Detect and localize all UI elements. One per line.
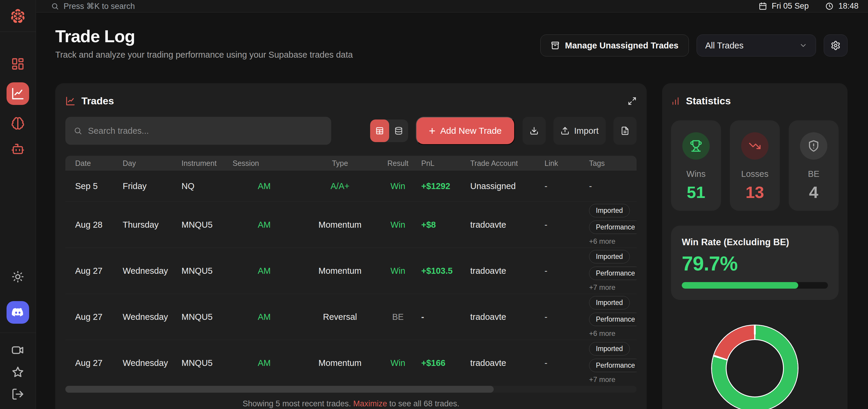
cell-trade-account: tradoavte bbox=[465, 294, 540, 340]
table-row[interactable]: Aug 27WednesdayMNQU5AMReversalBE-tradoav… bbox=[65, 294, 637, 340]
table-row[interactable]: Sep 5FridayNQAMA/A+Win+$1292Unassigned-- bbox=[65, 171, 637, 202]
cell-pnl: - bbox=[416, 294, 465, 340]
chart-line-icon bbox=[11, 87, 25, 100]
cell-instrument: MNQU5 bbox=[177, 340, 228, 386]
column-header-result[interactable]: Result bbox=[379, 156, 416, 171]
horizontal-scrollbar[interactable] bbox=[65, 386, 637, 393]
search-icon bbox=[74, 126, 82, 135]
tags-more-link[interactable]: +6 more bbox=[589, 237, 616, 245]
cell-link: - bbox=[540, 171, 584, 202]
cell-date: Aug 28 bbox=[65, 202, 118, 247]
column-header-tags[interactable]: Tags bbox=[584, 156, 637, 171]
cell-instrument: MNQU5 bbox=[177, 202, 228, 247]
database-view-button[interactable] bbox=[389, 119, 408, 142]
column-header-session[interactable]: Session bbox=[228, 156, 301, 171]
cell-type: Reversal bbox=[301, 294, 379, 340]
trades-title: Trades bbox=[82, 95, 114, 107]
maximize-link[interactable]: Maximize bbox=[353, 399, 387, 408]
column-header-link[interactable]: Link bbox=[540, 156, 584, 171]
sidebar-item-assistant[interactable] bbox=[11, 142, 25, 156]
sidebar-divider bbox=[0, 332, 36, 333]
cell-instrument: MNQU5 bbox=[177, 294, 228, 340]
cell-day: Wednesday bbox=[118, 340, 177, 386]
recordings-button[interactable] bbox=[11, 343, 25, 357]
view-toggle bbox=[370, 119, 408, 142]
trades-search[interactable] bbox=[65, 117, 331, 145]
trades-search-input[interactable] bbox=[88, 126, 323, 136]
cell-day: Wednesday bbox=[118, 248, 177, 294]
chevron-down-icon bbox=[799, 41, 807, 50]
maximize-panel-button[interactable] bbox=[628, 97, 637, 106]
theme-toggle-button[interactable] bbox=[11, 270, 25, 284]
sidebar-item-psychology[interactable] bbox=[11, 116, 25, 130]
logout-button[interactable] bbox=[11, 387, 25, 401]
cell-result: BE bbox=[379, 294, 416, 340]
import-button[interactable]: Import bbox=[553, 117, 606, 145]
stat-label: Losses bbox=[741, 169, 769, 179]
column-header-instrument[interactable]: Instrument bbox=[177, 156, 228, 171]
download-button[interactable] bbox=[523, 117, 546, 145]
column-header-day[interactable]: Day bbox=[118, 156, 177, 171]
tags-more-link[interactable]: +7 more bbox=[589, 283, 616, 292]
sidebar-nav bbox=[0, 57, 36, 156]
add-new-trade-button[interactable]: + Add New Trade bbox=[416, 117, 515, 145]
column-header-trade-account[interactable]: Trade Account bbox=[465, 156, 540, 171]
import-button-label: Import bbox=[574, 126, 598, 136]
column-header-type[interactable]: Type bbox=[301, 156, 379, 171]
tag-pill: Performance bbox=[589, 221, 637, 234]
tags-more-link[interactable]: +6 more bbox=[589, 329, 616, 338]
sidebar-item-dashboard[interactable] bbox=[11, 57, 25, 71]
export-notes-button[interactable] bbox=[613, 117, 637, 145]
settings-button[interactable] bbox=[824, 34, 847, 56]
filter-value: All Trades bbox=[705, 41, 744, 51]
table-row[interactable]: Aug 27WednesdayMNQU5AMMomentumWin+$103.5… bbox=[65, 247, 637, 294]
table-row[interactable]: Aug 27WednesdayMNQU5AMMomentumWin+$166tr… bbox=[65, 340, 637, 386]
bot-icon bbox=[11, 142, 25, 156]
statistics-panel: Statistics Wins51Losses13BE4 Win Rate (E… bbox=[662, 83, 847, 409]
header-actions: Manage Unassigned Trades All Trades bbox=[540, 34, 847, 56]
trades-panel: Trades bbox=[55, 83, 647, 409]
trades-panel-header: Trades bbox=[65, 83, 637, 107]
cell-date: Sep 5 bbox=[65, 171, 118, 202]
trophy-badge bbox=[682, 132, 710, 159]
file-text-icon bbox=[621, 126, 629, 135]
app-logo[interactable] bbox=[0, 0, 36, 32]
favorites-button[interactable] bbox=[11, 365, 25, 379]
cell-session: AM bbox=[228, 340, 301, 386]
archive-icon bbox=[551, 41, 560, 50]
cell-tags: ImportedPerformance+6 more bbox=[584, 202, 637, 247]
table-body: Sep 5FridayNQAMA/A+Win+$1292Unassigned--… bbox=[65, 171, 637, 386]
chart-line-icon bbox=[65, 96, 75, 106]
global-search[interactable]: Press ⌘K to search bbox=[51, 1, 135, 11]
trending-down-icon bbox=[749, 140, 761, 152]
download-icon bbox=[530, 126, 538, 135]
discord-button[interactable] bbox=[6, 301, 29, 324]
sun-icon bbox=[11, 270, 24, 283]
brain-logo-icon bbox=[9, 7, 26, 24]
tag-pill: Imported bbox=[589, 296, 630, 310]
table-view-button[interactable] bbox=[370, 119, 389, 142]
cell-result: Win bbox=[379, 248, 416, 294]
manage-unassigned-trades-button[interactable]: Manage Unassigned Trades bbox=[540, 34, 689, 56]
trades-filter-select[interactable]: All Trades bbox=[696, 34, 816, 56]
cell-link: - bbox=[540, 248, 584, 294]
time-text: 18:48 bbox=[838, 1, 859, 11]
sidebar-item-trade-log[interactable] bbox=[6, 82, 29, 105]
cell-type: Momentum bbox=[301, 248, 379, 294]
cell-instrument: MNQU5 bbox=[177, 248, 228, 294]
cell-type: Momentum bbox=[301, 202, 379, 247]
tags-more-link[interactable]: +7 more bbox=[589, 375, 616, 384]
table-footer-note: Showing 5 most recent trades. Maximize t… bbox=[65, 399, 637, 408]
shield-alert-badge bbox=[800, 132, 827, 159]
scrollbar-thumb[interactable] bbox=[65, 386, 494, 393]
discord-icon bbox=[11, 306, 24, 319]
table-row[interactable]: Aug 28ThursdayMNQU5AMMomentumWin+$8trado… bbox=[65, 202, 637, 247]
cell-tags: ImportedPerformance+7 more bbox=[584, 248, 637, 294]
column-header-pnl[interactable]: PnL bbox=[416, 156, 465, 171]
stat-card-wins: Wins51 bbox=[671, 120, 721, 211]
cell-day: Wednesday bbox=[118, 294, 177, 340]
footer-prefix: Showing 5 most recent trades. bbox=[243, 399, 351, 408]
stat-value: 13 bbox=[746, 182, 764, 202]
calendar-icon bbox=[759, 2, 767, 10]
column-header-date[interactable]: Date bbox=[65, 156, 118, 171]
